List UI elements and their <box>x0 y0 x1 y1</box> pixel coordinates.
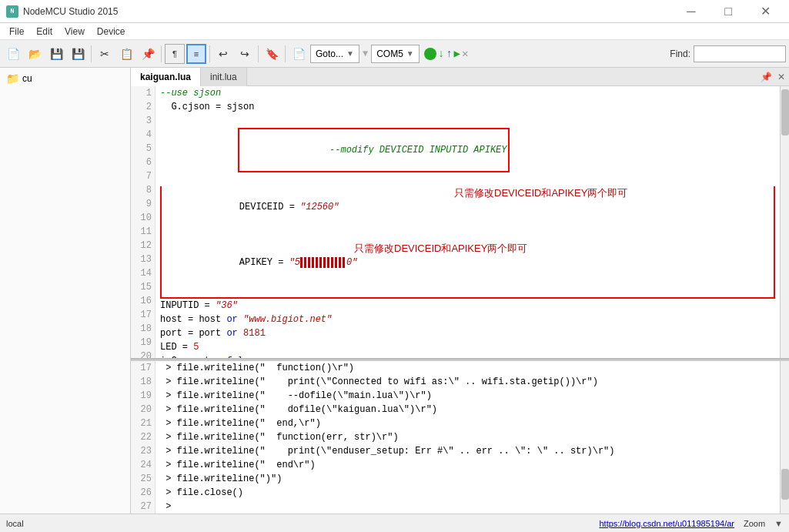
save-file-button[interactable]: 💾 <box>46 44 66 64</box>
code-content-top[interactable]: --use sjson G.cjson = sjson --modify DEV… <box>155 86 780 358</box>
bottom-line-23: > file.writeline(" print(\"enduser_setup… <box>160 444 775 458</box>
folder-icon: 📁 <box>6 72 19 85</box>
sep1 <box>91 45 92 62</box>
code-line-8: port = port or 8181 <box>160 326 775 340</box>
tab-kaiguan[interactable]: kaiguan.lua <box>131 68 201 86</box>
tab-init[interactable]: init.lua <box>201 68 247 86</box>
sep5 <box>285 45 286 62</box>
bookmark-button[interactable]: 🔖 <box>262 44 282 64</box>
app-title: NodeMCU Studio 2015 <box>23 6 118 17</box>
scrollbar-top[interactable] <box>780 86 789 358</box>
tab-controls: 📌 ✕ <box>758 69 789 85</box>
status-bar: local https://blog.csdn.net/u011985194/a… <box>0 514 789 532</box>
code-line-9: LED = 5 <box>160 340 775 354</box>
code-line-2: G.cjson = sjson <box>160 100 775 114</box>
bottom-line-21: > file.writeline(" end,\r") <box>160 417 775 430</box>
upload-icon[interactable]: ↑ <box>446 48 452 60</box>
bottom-line-25: > file.writeline(")") <box>160 472 775 486</box>
zoom-label: Zoom <box>744 519 765 528</box>
code-line-5: APIKEY = "50" 只需修改DEVICEID和APIKEY两个即可 <box>160 242 775 299</box>
annotation-label2: 只需修改DEVICEID和APIKEY两个即可 <box>354 242 527 256</box>
bottom-line-17: > file.writeline(" function()\r") <box>160 361 775 375</box>
status-right: https://blog.csdn.net/u011985194/ar Zoom… <box>599 519 783 528</box>
editor-top-pane: 1 2 3 4 5 6 7 8 9 10 11 12 13 14 <box>131 86 789 358</box>
com-port-selector[interactable]: COM5 ▼ <box>371 45 420 63</box>
bottom-line-22: > file.writeline(" function(err, str)\r"… <box>160 430 775 444</box>
bottom-line-19: > file.writeline(" --dofile(\"main.lua\"… <box>160 389 775 403</box>
main-area: 📁 cu kaiguan.lua init.lua 📌 ✕ 1 <box>0 68 789 514</box>
menu-file[interactable]: File <box>3 25 30 38</box>
cut-button[interactable]: ✂ <box>95 44 115 64</box>
line-numbers-top: 1 2 3 4 5 6 7 8 9 10 11 12 13 14 <box>131 86 155 358</box>
editor-split: 1 2 3 4 5 6 7 8 9 10 11 12 13 14 <box>131 86 789 514</box>
code-line-7: host = host or "www.bigiot.net" <box>160 313 775 326</box>
copy-button[interactable]: 📋 <box>116 44 136 64</box>
code-line-1: --use sjson <box>160 86 775 100</box>
sep6: ▼ <box>363 49 368 59</box>
format-button[interactable]: ≡ <box>186 44 206 64</box>
save-all-button[interactable]: 💾 <box>68 44 88 64</box>
goto-label: Goto... <box>316 49 343 59</box>
sep3 <box>209 45 210 62</box>
download-icon[interactable]: ↓ <box>438 48 444 60</box>
window-controls: ─ □ ✕ <box>674 0 783 23</box>
find-label: Find: <box>670 49 690 59</box>
title-bar: N NodeMCU Studio 2015 ─ □ ✕ <box>0 0 789 23</box>
code-line-6: INPUTID = "36" <box>160 299 775 313</box>
code-content-bottom[interactable]: > file.writeline(" function()\r") > file… <box>155 361 780 514</box>
com-port-arrow-icon: ▼ <box>406 49 414 58</box>
sidebar: 📁 cu <box>0 68 131 514</box>
bottom-line-26: > file.close() <box>160 486 775 500</box>
sidebar-item-cu[interactable]: 📁 cu <box>3 71 127 86</box>
find-area: Find: <box>670 45 786 62</box>
annotation-label: 只需修改DEVICEID和APIKEY两个即可 <box>454 186 627 200</box>
status-local: local <box>6 519 24 528</box>
bottom-line-20: > file.writeline(" dofile(\"kaiguan.lua\… <box>160 403 775 417</box>
undo-button[interactable]: ↩ <box>213 44 233 64</box>
find-input[interactable] <box>694 45 786 62</box>
open-file-button[interactable]: 📂 <box>25 44 45 64</box>
toolbar: 📄 📂 💾 💾 ✂ 📋 📌 ¶ ≡ ↩ ↪ 🔖 📄 Goto... ▼ ▼ CO… <box>0 40 789 68</box>
sep4 <box>258 45 259 62</box>
bottom-line-24: > file.writeline(" end\r") <box>160 458 775 472</box>
tab-kaiguan-label: kaiguan.lua <box>140 72 191 82</box>
run-icon[interactable]: ▶ <box>454 47 460 60</box>
editor-area: kaiguan.lua init.lua 📌 ✕ 1 2 3 4 <box>131 68 789 514</box>
line-numbers-bottom: 17 18 19 20 21 22 23 24 25 26 27 <box>131 361 155 514</box>
redo-button[interactable]: ↪ <box>235 44 255 64</box>
code-line-10: isConnect = false <box>160 354 775 358</box>
paste-button[interactable]: 📌 <box>138 44 158 64</box>
tab-pin-button[interactable]: 📌 <box>758 69 774 85</box>
new-file-button[interactable]: 📄 <box>3 44 23 64</box>
menu-view[interactable]: View <box>59 25 91 38</box>
scrollbar-bottom[interactable] <box>780 361 789 514</box>
linenum-button[interactable]: ¶ <box>165 44 185 64</box>
tab-close-button[interactable]: ✕ <box>774 69 789 85</box>
bottom-line-27: > <box>160 500 775 514</box>
app-icon: N <box>6 5 18 18</box>
stop-icon[interactable]: ✕ <box>462 47 468 60</box>
editor-bottom-pane: 17 18 19 20 21 22 23 24 25 26 27 > file.… <box>131 360 789 514</box>
goto-button[interactable]: Goto... ▼ <box>310 45 359 63</box>
zoom-arrow-button[interactable]: ▼ <box>774 519 783 528</box>
scrollbar-thumb-bottom[interactable] <box>781 469 789 500</box>
goto-arrow-icon: ▼ <box>346 49 354 58</box>
editor-bottom-inner: 17 18 19 20 21 22 23 24 25 26 27 > file.… <box>131 361 780 514</box>
minimize-button[interactable]: ─ <box>674 0 709 23</box>
menu-bar: File Edit View Device <box>0 23 789 40</box>
tab-init-label: init.lua <box>210 72 237 82</box>
close-button[interactable]: ✕ <box>747 0 783 23</box>
maximize-button[interactable]: □ <box>710 0 746 23</box>
scrollbar-thumb-top[interactable] <box>781 89 789 136</box>
com-port-label: COM5 <box>376 49 403 59</box>
tabs-bar: kaiguan.lua init.lua 📌 ✕ <box>131 68 789 86</box>
connect-status-icon <box>424 48 436 60</box>
file-icon-button[interactable]: 📄 <box>289 44 309 64</box>
editor-top-inner: 1 2 3 4 5 6 7 8 9 10 11 12 13 14 <box>131 86 780 358</box>
menu-device[interactable]: Device <box>91 25 132 38</box>
menu-edit[interactable]: Edit <box>30 25 59 38</box>
status-url: https://blog.csdn.net/u011985194/ar <box>599 519 734 528</box>
sep2 <box>161 45 162 62</box>
sidebar-item-label: cu <box>22 73 32 84</box>
code-line-3: --modify DEVICEID INPUTID APIKEY <box>160 114 775 186</box>
